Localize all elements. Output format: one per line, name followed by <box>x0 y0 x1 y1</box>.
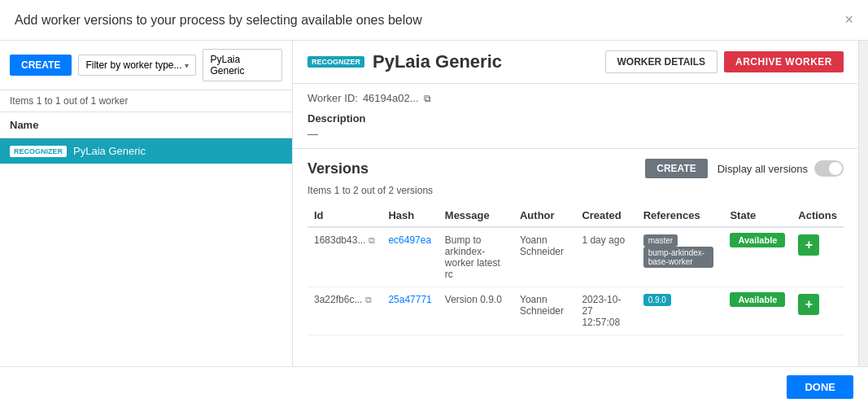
version-created-cell: 2023-10-27 12:57:08 <box>575 287 636 335</box>
versions-count: Items 1 to 2 out of 2 versions <box>308 185 844 196</box>
display-all-label: Display all versions <box>718 163 808 175</box>
version-message-cell: Bump to arkindex-worker latest rc <box>438 227 513 287</box>
worker-meta: Worker ID: 46194a02... ⧉ Description — <box>293 84 858 149</box>
archive-worker-button[interactable]: ARCHIVE WORKER <box>724 51 844 72</box>
version-id: 1683db43... <box>314 234 365 246</box>
worker-list: RECOGNIZER PyLaia Generic <box>0 138 292 366</box>
description-label: Description <box>308 112 844 125</box>
version-hash-link[interactable]: 25a47771 <box>388 294 431 305</box>
col-hash: Hash <box>382 204 438 227</box>
col-author: Author <box>513 204 575 227</box>
worker-id-row: Worker ID: 46194a02... ⧉ <box>308 92 844 104</box>
version-id-cell: 3a22fb6c... ⧉ <box>308 287 382 335</box>
list-item[interactable]: RECOGNIZER PyLaia Generic <box>0 138 292 164</box>
version-state-cell: Available <box>723 227 792 287</box>
left-panel: CREATE Filter by worker type... ▾ PyLaia… <box>0 41 293 366</box>
filter-value-input[interactable]: PyLaia Generic <box>203 49 282 81</box>
versions-table-body: 1683db43... ⧉ ec6497ea Bump to arkindex-… <box>308 227 844 335</box>
col-created: Created <box>575 204 636 227</box>
worker-type-badge: RECOGNIZER <box>308 56 364 68</box>
state-badge: Available <box>730 292 785 307</box>
scrollbar[interactable] <box>858 41 868 366</box>
version-actions-cell: + <box>792 287 844 335</box>
col-state: State <box>723 204 792 227</box>
version-state-cell: Available <box>723 287 792 335</box>
version-author-cell: Yoann Schneider <box>513 227 575 287</box>
worker-item-name: PyLaia Generic <box>73 145 146 157</box>
modal-body: CREATE Filter by worker type... ▾ PyLaia… <box>0 41 868 366</box>
chevron-down-icon: ▾ <box>185 61 189 70</box>
toggle-knob <box>829 162 842 175</box>
worker-id-label: Worker ID: <box>308 92 358 104</box>
copy-id-icon[interactable]: ⧉ <box>369 235 375 246</box>
worker-id-value: 46194a02... <box>363 92 419 104</box>
right-header: RECOGNIZER PyLaia Generic WORKER DETAILS… <box>293 41 858 84</box>
versions-table-head: Id Hash Message Author Created Reference… <box>308 204 844 227</box>
right-header-left: RECOGNIZER PyLaia Generic <box>308 51 502 72</box>
worker-detail-title: PyLaia Generic <box>373 51 502 72</box>
version-hash-cell: 25a47771 <box>382 287 438 335</box>
list-column-name: Name <box>0 112 292 138</box>
filter-select[interactable]: Filter by worker type... ▾ <box>78 55 196 76</box>
version-hash-cell: ec6497ea <box>382 227 438 287</box>
versions-title: Versions <box>308 160 369 177</box>
version-hash-link[interactable]: ec6497ea <box>388 234 431 246</box>
display-all-switch[interactable] <box>814 160 844 177</box>
worker-details-button[interactable]: WORKER DETAILS <box>605 50 718 73</box>
modal: Add worker versions to your process by s… <box>0 0 868 407</box>
modal-footer: DONE <box>0 366 868 407</box>
version-actions-cell: + <box>792 227 844 287</box>
reference-badge: bump-arkindex-base-worker <box>643 247 714 268</box>
versions-section: Versions CREATE Display all versions Ite… <box>293 149 858 345</box>
add-version-button[interactable]: + <box>798 294 819 315</box>
modal-header: Add worker versions to your process by s… <box>0 0 868 41</box>
modal-title: Add worker versions to your process by s… <box>15 13 422 28</box>
create-worker-button[interactable]: CREATE <box>10 55 72 76</box>
add-version-button[interactable]: + <box>798 234 819 256</box>
version-references-cell: master bump-arkindex-base-worker <box>637 227 724 287</box>
create-version-button[interactable]: CREATE <box>645 159 707 178</box>
version-message-cell: Version 0.9.0 <box>438 287 513 335</box>
recognizer-badge: RECOGNIZER <box>10 146 67 157</box>
version-references-cell: 0.9.0 <box>637 287 724 335</box>
table-row: 3a22fb6c... ⧉ 25a47771 Version 0.9.0 Yoa… <box>308 287 844 335</box>
reference-badge-version: 0.9.0 <box>643 294 671 306</box>
copy-id-icon[interactable]: ⧉ <box>365 295 372 305</box>
right-header-actions: WORKER DETAILS ARCHIVE WORKER <box>605 50 844 73</box>
workers-count: Items 1 to 1 out of 1 worker <box>0 90 292 112</box>
close-button[interactable]: × <box>844 11 853 28</box>
copy-id-icon[interactable]: ⧉ <box>424 93 431 104</box>
versions-header: Versions CREATE Display all versions <box>308 159 844 178</box>
col-actions: Actions <box>792 204 844 227</box>
version-created-cell: 1 day ago <box>575 227 636 287</box>
description-value: — <box>308 128 844 140</box>
left-toolbar: CREATE Filter by worker type... ▾ PyLaia… <box>0 41 292 90</box>
version-author-cell: Yoann Schneider <box>513 287 575 335</box>
version-id: 3a22fb6c... <box>314 294 362 305</box>
col-message: Message <box>438 204 513 227</box>
versions-actions: CREATE Display all versions <box>645 159 844 178</box>
reference-badge: master <box>643 234 678 247</box>
display-all-toggle: Display all versions <box>718 160 844 177</box>
col-references: References <box>637 204 724 227</box>
col-id: Id <box>308 204 382 227</box>
versions-table: Id Hash Message Author Created Reference… <box>308 204 844 335</box>
right-panel: RECOGNIZER PyLaia Generic WORKER DETAILS… <box>293 41 858 366</box>
version-id-cell: 1683db43... ⧉ <box>308 227 382 287</box>
table-row: 1683db43... ⧉ ec6497ea Bump to arkindex-… <box>308 227 844 287</box>
filter-label: Filter by worker type... <box>85 59 181 71</box>
state-badge: Available <box>730 233 785 247</box>
done-button[interactable]: DONE <box>787 375 853 399</box>
